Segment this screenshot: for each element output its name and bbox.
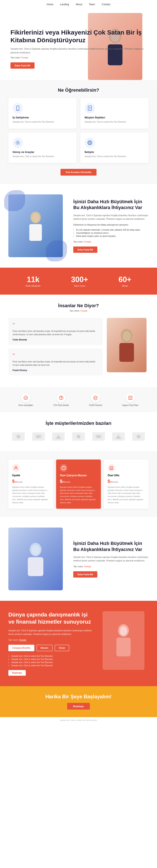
cards-grid: İş Geliştirme Sample text. Click to sele… (0, 98, 157, 163)
svg-rect-51 (28, 557, 43, 576)
nav-link-home[interactable]: Home (47, 3, 53, 6)
svg-point-52 (31, 545, 40, 555)
card-tools-text: Sample text. Click to select the Text El… (12, 155, 72, 158)
svg-rect-54 (116, 638, 131, 656)
svg-rect-16 (29, 224, 42, 241)
pricing-card-featured: Özel Çalışma Masası $65/aylık Egestas lo… (56, 460, 101, 509)
pricing-basic-text: Egestas lorem tellus fringilla semper gr… (12, 486, 50, 504)
habits-tan: Tam resim: Freepik (73, 240, 149, 244)
habits2-tan-link[interactable]: Freepik (84, 565, 91, 568)
nav-link-contact[interactable]: Contact (102, 3, 110, 6)
consulting-start-button[interactable]: Başlangıç (8, 670, 26, 676)
habit-bullet-1: En çok satanlar listesinde 1 numara olan… (73, 228, 149, 231)
card-clients-text: Sample text. Click to select the Text El… (85, 120, 145, 124)
svg-rect-19 (119, 343, 134, 362)
learn-section: Ne Öğrenebilirsin? İş Geliştirme Sample … (0, 80, 157, 184)
pricing-premium-icon (107, 464, 115, 472)
habits-intro: Fikirlerinizi ve hikayenizi bir kitaba d… (73, 223, 149, 227)
testimonial-2-text: Proin sed libero enim sed faucibus turpi… (12, 360, 98, 367)
client-1-icon: C1 (14, 434, 22, 439)
consulting-bullet-4: Sample text. Click to select the Text El… (8, 664, 96, 667)
testimonials-title: İnsanlar Ne Diyor? (8, 303, 149, 310)
testimonials-photo (107, 318, 149, 379)
feature-pricing-label: Uygun Fiyat Planı (122, 404, 138, 406)
habits2-tan: Tam resim: Freepik (73, 565, 149, 568)
stat-countries: 60+ Ülkeler (119, 275, 131, 287)
client-5-icon: C5 (95, 434, 102, 439)
pricing-card-premium: Özel Ofis $95/aylık Egestas lorem tellus… (104, 460, 149, 509)
stats-section: 11k Mutlu Müşteriler 300+ Takım Üyesi 60… (0, 268, 157, 294)
consulting-inner: Dünya çapında danışmanlık işi ve finansa… (8, 611, 149, 676)
stat-countries-number: 60+ (119, 275, 131, 284)
client-7-icon: C7 (135, 434, 143, 439)
nav-link-about[interactable]: About (75, 3, 82, 6)
pricing-cards: Üyelik $35/aylık Egestas lorem tellus fr… (8, 460, 149, 509)
svg-point-55 (120, 626, 127, 636)
learn-more-button[interactable]: Tüm Kursları Görüntüle (61, 169, 96, 176)
habits-tan-link[interactable]: Freepik (84, 241, 91, 243)
building-icon (109, 466, 114, 470)
svg-text:C7: C7 (137, 436, 140, 438)
card-comm-title: İletişim (85, 151, 145, 154)
stat-team-number: 300+ (71, 275, 88, 284)
habits-text: İşinizi Daha Hızlı Büyütmek İçin Bu Alış… (73, 199, 149, 253)
svg-point-4 (18, 110, 18, 110)
gear-icon (15, 140, 21, 146)
card-tools: Güreş ve Araçlar Sample text. Click to s… (8, 132, 76, 163)
card-comm: İletişim Sample text. Click to select th… (81, 132, 149, 163)
feature-pricing-icon (126, 393, 135, 402)
consulting-image (102, 611, 149, 676)
feature-support: 7/24 Özel destek (53, 393, 69, 406)
hero-cta-button[interactable]: Daha Fazla Bil (10, 62, 35, 69)
pricing-featured-period: /aylık (65, 480, 70, 483)
consulting-btn-3[interactable]: Vision (55, 645, 69, 651)
client-logo-5: C5 (92, 432, 105, 441)
shield-icon (93, 396, 98, 400)
testimonials-section: İnsanlar Ne Diyor? Tam resim: Freepik " … (0, 294, 157, 388)
hero-section: Fikirlerinizi veya Hikayenizi Çok Satan … (0, 9, 157, 80)
consulting-photo (102, 611, 145, 670)
habits-photo (8, 194, 63, 257)
document-icon (87, 105, 93, 111)
feature-secure: %100 Güvenli (89, 393, 102, 406)
habits-cta-button[interactable]: Daha Fazla Bil (73, 247, 97, 253)
pricing-card-basic: Üyelik $35/aylık Egestas lorem tellus fr… (8, 460, 53, 509)
svg-point-9 (17, 142, 19, 144)
quote-mark-2: " (12, 352, 98, 359)
feature-brand-icon (21, 393, 30, 402)
hero-text: Fikirlerinizi veya Hikayenizi Çok Satan … (10, 28, 147, 69)
nav-link-team[interactable]: Team (89, 3, 95, 6)
hero-tan-link[interactable]: Freepik (21, 57, 28, 59)
pricing-premium-period: /aylık (113, 480, 118, 483)
svg-text:C4: C4 (77, 436, 80, 438)
office-icon (62, 466, 66, 470)
habits-image (8, 194, 67, 257)
nav-link-landing[interactable]: Landing (60, 3, 69, 6)
stat-team: 300+ Takım Üyesi (71, 275, 88, 287)
svg-point-42 (15, 466, 17, 468)
feature-secure-icon (91, 393, 100, 402)
consulting-bullet-3: Sample text. Click to select the Text El… (8, 661, 96, 664)
client-logo-1: C1 (12, 432, 25, 441)
hero-description: Sample text. Click to Egestas egestas fr… (10, 47, 147, 54)
card-clients: Müşteri İlişkileri Sample text. Click to… (81, 98, 149, 129)
globe-icon (87, 140, 93, 146)
consulting-btn-1[interactable]: Company Benefits (8, 645, 34, 651)
svg-rect-44 (110, 467, 113, 470)
stat-customers: 11k Mutlu Müşteriler (26, 275, 41, 287)
testimonial-1-author: Celia Almeda (12, 338, 98, 341)
card-tools-icon (12, 137, 23, 148)
pricing-section: Üyelik $35/aylık Egestas lorem tellus fr… (0, 451, 157, 517)
cta-button[interactable]: Başlangıç (67, 703, 90, 710)
pricing-basic-icon (12, 464, 20, 472)
client-logo-4: C4 (72, 432, 85, 441)
testimonials-list: " Proin sed libero enim sed faucibus tur… (8, 318, 102, 379)
testimonials-tan-link[interactable]: Freepik (81, 310, 87, 312)
person-icon (14, 466, 18, 470)
habits2-cta-button[interactable]: Daha Fazla Bil (73, 571, 97, 578)
hero-title: Fikirlerinizi veya Hikayenizi Çok Satan … (10, 28, 147, 44)
testimonials-person-illustration (116, 326, 137, 364)
consulting-tan-link[interactable]: Freepik (19, 639, 26, 641)
consulting-btn-2[interactable]: Mission (36, 645, 53, 651)
card-business-icon (12, 103, 23, 114)
